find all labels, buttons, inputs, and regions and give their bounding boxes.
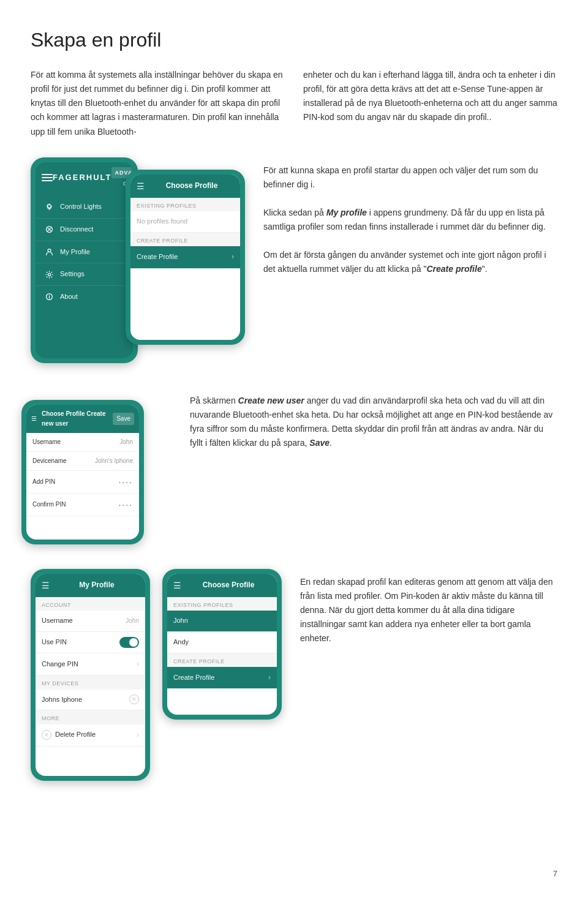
delete-chevron: › — [137, 729, 139, 741]
confirm-pin-row: Confirm PIN ···· — [26, 494, 139, 516]
section1-text: För att kunna skapa en profil startar du… — [263, 157, 557, 277]
choose-profile-title-2: Choose Profile — [186, 579, 271, 591]
create-profile-btn-2: Create Profile — [173, 672, 214, 683]
profile-andy: Andy — [173, 637, 189, 648]
change-pin-label: Change PIN — [42, 659, 78, 670]
about-icon — [44, 292, 54, 302]
svg-line-5 — [47, 205, 48, 205]
save-button[interactable]: Save — [113, 413, 134, 425]
settings-icon — [44, 269, 54, 279]
my-profile-title: My Profile — [55, 579, 139, 591]
app-menu: Control Lights Disconnect — [36, 193, 133, 310]
use-pin-row[interactable]: Use PIN — [36, 632, 145, 653]
delete-profile-row[interactable]: ✕ Delete Profile › — [36, 724, 145, 747]
menu-item-my-profile[interactable]: My Profile — [36, 241, 133, 264]
section2-description: På skärmen Create new user anger du vad … — [190, 394, 557, 450]
menu-item-about[interactable]: About — [36, 286, 133, 308]
my-profile-topbar: ☰ My Profile — [36, 574, 145, 597]
remove-device-icon[interactable]: ✕ — [129, 694, 139, 704]
profile-username-label: Username — [42, 615, 73, 626]
use-pin-toggle[interactable] — [119, 637, 139, 648]
my-profile-screen: ☰ My Profile ACCOUNT Username John Use P… — [36, 574, 145, 776]
bottom-phones-group: ☰ My Profile ACCOUNT Username John Use P… — [31, 569, 282, 781]
section1-description: För att kunna skapa en profil startar du… — [263, 164, 557, 277]
devicename-row: Devicename John's Iphone — [26, 452, 139, 471]
add-pin-row: Add PIN ···· — [26, 471, 139, 494]
page-title: Skapa en profil — [31, 24, 557, 56]
menu-item-control-lights[interactable]: Control Lights — [36, 196, 133, 219]
account-label: ACCOUNT — [36, 597, 145, 611]
device-name: Johns Iphone — [42, 694, 82, 705]
settings-label: Settings — [60, 269, 85, 280]
create-profile-label-1: CREATE PROFILE — [130, 233, 240, 246]
intro-section: För att komma åt systemets alla inställn… — [31, 68, 557, 138]
section2-text: På skärmen Create new user anger du vad … — [190, 388, 557, 450]
delete-icon: ✕ — [42, 730, 51, 740]
add-pin-dots: ···· — [118, 475, 133, 489]
username-row: Username John — [26, 433, 139, 452]
use-pin-label: Use PIN — [42, 637, 67, 648]
add-pin-label: Add PIN — [32, 477, 55, 487]
svg-point-12 — [48, 249, 51, 252]
choose-profile-topbar-2: ☰ Choose Profile — [167, 574, 277, 597]
profile-john-row[interactable]: John — [167, 611, 277, 632]
hamburger-icon-3[interactable]: ☰ — [31, 414, 37, 424]
no-profiles-text: No profiles found — [130, 211, 240, 233]
existing-profiles-label-2: EXISTING PROFILES — [167, 597, 277, 611]
more-label: MORE — [36, 710, 145, 724]
intro-right: enheter och du kan i efterhand lägga til… — [303, 68, 557, 138]
device-row[interactable]: Johns Iphone ✕ — [36, 690, 145, 711]
hamburger-icon[interactable] — [42, 174, 53, 181]
hamburger-icon-4[interactable]: ☰ — [42, 579, 50, 592]
menu-item-settings[interactable]: Settings — [36, 263, 133, 286]
hamburger-icon-5[interactable]: ☰ — [173, 579, 181, 592]
menu-item-disconnect[interactable]: Disconnect — [36, 219, 133, 241]
section3-description: En redan skapad profil kan editeras geno… — [300, 575, 557, 645]
username-value: John — [119, 437, 133, 447]
app-header: FAGERHULT ADVA Con — [36, 162, 133, 194]
hamburger-icon-2[interactable]: ☰ — [137, 179, 145, 193]
intro-left: För att komma åt systemets alla inställn… — [31, 68, 285, 138]
choose-profile-title: Choose Profile — [149, 180, 234, 192]
about-label: About — [60, 292, 78, 303]
section-create-user: ☰ Choose Profile Create new user Save Us… — [31, 388, 557, 544]
brand-name: FAGERHULT — [53, 171, 111, 184]
control-lights-icon — [44, 202, 54, 212]
choose-profile-topbar: ☰ Choose Profile — [130, 175, 240, 198]
change-pin-chevron: › — [137, 658, 139, 670]
my-profile-phone: ☰ My Profile ACCOUNT Username John Use P… — [31, 569, 150, 781]
delete-profile-label: Delete Profile — [55, 729, 96, 740]
choose-profile-phone-1: ☰ Choose Profile EXISTING PROFILES No pr… — [126, 170, 245, 345]
create-user-phone: ☰ Choose Profile Create new user Save Us… — [21, 400, 144, 544]
phones-group-1: FAGERHULT ADVA Con — [31, 157, 245, 363]
disconnect-icon — [44, 225, 54, 235]
profile-andy-row[interactable]: Andy — [167, 632, 277, 653]
create-user-topbar: ☰ Choose Profile Create new user Save — [26, 405, 139, 433]
section-my-profile: ☰ My Profile ACCOUNT Username John Use P… — [31, 569, 557, 781]
create-profile-row-2[interactable]: Create Profile › — [167, 667, 277, 689]
confirm-pin-dots: ···· — [118, 498, 133, 511]
choose-profile-screen-2: ☰ Choose Profile EXISTING PROFILES John … — [167, 574, 277, 715]
devicename-value: John's Iphone — [95, 456, 133, 466]
profile-username-val: John — [126, 616, 139, 626]
create-user-screen: ☰ Choose Profile Create new user Save Us… — [26, 405, 139, 540]
profile-username-row: Username John — [36, 611, 145, 632]
my-profile-label: My Profile — [60, 247, 90, 258]
create-user-phone-wrapper: ☰ Choose Profile Create new user Save Us… — [31, 394, 172, 544]
choose-profile-phone-2: ☰ Choose Profile EXISTING PROFILES John … — [162, 569, 282, 720]
main-app-screen: FAGERHULT ADVA Con — [36, 162, 133, 358]
disconnect-label: Disconnect — [60, 224, 93, 235]
my-profile-icon — [44, 247, 54, 257]
create-profile-row[interactable]: Create Profile › — [130, 246, 240, 268]
create-user-title: Choose Profile Create new user — [42, 409, 110, 429]
choose-profile-screen-1: ☰ Choose Profile EXISTING PROFILES No pr… — [130, 175, 240, 340]
chevron-icon: › — [232, 251, 234, 263]
page-number: 7 — [553, 868, 557, 881]
svg-point-13 — [48, 273, 50, 276]
section3-text: En redan skapad profil kan editeras geno… — [300, 569, 557, 645]
confirm-pin-label: Confirm PIN — [32, 500, 66, 510]
create-profile-label-2: CREATE PROFILE — [167, 653, 277, 667]
my-devices-label: MY DEVICES — [36, 675, 145, 689]
change-pin-row[interactable]: Change PIN › — [36, 653, 145, 675]
devicename-label: Devicename — [32, 456, 67, 466]
